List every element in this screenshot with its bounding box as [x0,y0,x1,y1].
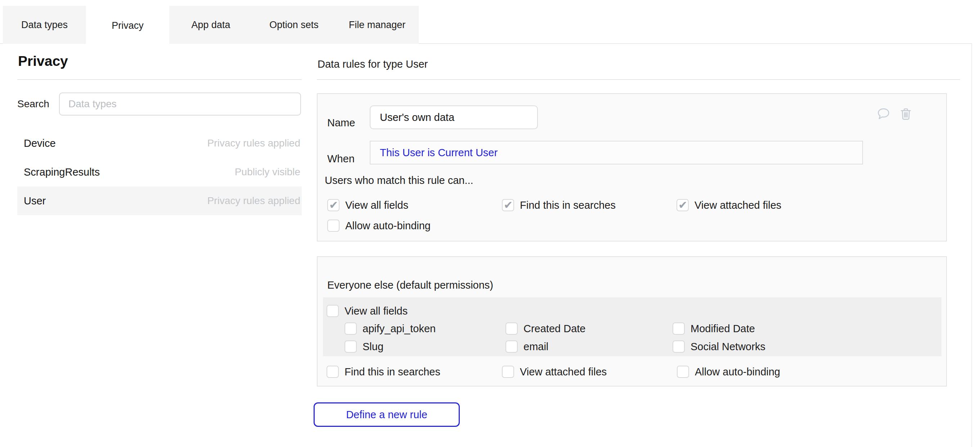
type-name: User [24,195,46,207]
tab-file-manager[interactable]: File manager [336,6,419,44]
checkbox-label: View all fields [345,199,408,211]
field-slug: Slug [345,340,506,353]
rule-permissions: View all fields Find this in searches Vi… [327,199,851,232]
perm-view-all-fields-default: View all fields [326,305,407,317]
find-in-searches-checkbox[interactable] [502,199,514,211]
type-status: Privacy rules applied [207,195,300,207]
perm-allow-auto-binding: Allow auto-binding [327,220,502,232]
checkbox-label: View attached files [520,366,607,378]
content-right-border [971,43,972,447]
privacy-settings-page: Data types Privacy App data Option sets … [0,0,980,447]
checkbox-label: View attached files [695,199,781,211]
tab-data-types[interactable]: Data types [3,6,86,44]
field-checkbox[interactable] [506,323,518,335]
define-new-rule-button[interactable]: Define a new rule [313,402,460,427]
checkbox-label: Created Date [523,323,586,335]
field-apify-api-token: apify_api_token [345,323,506,335]
comment-icon[interactable] [876,107,891,121]
view-attached-files-checkbox[interactable] [676,199,689,211]
search-row: Search [17,92,302,116]
default-permissions-title: Everyone else (default permissions) [327,279,493,291]
trash-icon[interactable] [899,107,913,121]
view-all-fields-checkbox[interactable] [327,199,339,211]
checkbox-label: email [523,341,548,353]
rule-name-input[interactable] [370,105,538,129]
perm-find-in-searches: Find this in searches [502,199,676,211]
allow-auto-binding-checkbox[interactable] [327,220,339,232]
type-status: Privacy rules applied [207,137,300,149]
list-item-device[interactable]: Device Privacy rules applied [17,129,302,157]
tab-option-sets[interactable]: Option sets [252,6,336,44]
field-social-networks: Social Networks [673,340,765,353]
field-checkbox[interactable] [506,340,518,353]
main-divider [317,79,960,80]
default-fields-panel: View all fields apify_api_token Created … [323,297,942,356]
match-rule-caption: Users who match this rule can... [325,175,473,186]
list-item-user[interactable]: User Privacy rules applied [17,186,302,215]
field-checkbox-grid: apify_api_token Created Date Modified Da… [345,323,765,353]
when-condition-text: This User is Current User [380,147,498,159]
field-email: email [506,340,673,353]
tab-bar: Data types Privacy App data Option sets … [3,6,419,44]
page-title: Privacy [18,53,68,69]
checkbox-label: Allow auto-binding [695,366,780,378]
data-rules-header: Data rules for type User [318,58,428,70]
sidebar-divider [17,79,302,80]
checkbox-label: Slug [363,341,383,353]
field-modified-date: Modified Date [673,323,765,335]
type-status: Publicly visible [235,166,300,178]
perm-view-attached-files: View attached files [676,199,851,211]
field-created-date: Created Date [506,323,673,335]
when-label: When [327,153,355,165]
checkbox-label: Allow auto-binding [345,220,431,232]
checkbox-label: Find this in searches [345,366,440,378]
tab-app-data[interactable]: App data [169,6,252,44]
privacy-rule-card: Name When This User is Current User User… [317,93,947,242]
perm-view-all-fields: View all fields [327,199,502,211]
when-condition-box[interactable]: This User is Current User [370,141,863,164]
perm-view-attached-files-default: View attached files [502,366,677,378]
name-label: Name [327,117,355,129]
rule-card-actions [876,107,913,121]
perm-find-in-searches-default: Find this in searches [326,366,502,378]
default-permissions: Find this in searches View attached file… [326,366,780,378]
data-type-list: Device Privacy rules applied ScrapingRes… [17,129,302,215]
search-input[interactable] [59,92,301,116]
checkbox-label: Modified Date [690,323,755,335]
view-attached-files-checkbox[interactable] [502,366,514,378]
search-label: Search [17,98,59,110]
allow-auto-binding-checkbox[interactable] [677,366,689,378]
field-checkbox[interactable] [345,340,357,353]
type-name: ScrapingResults [24,166,100,178]
type-name: Device [24,137,56,150]
field-checkbox[interactable] [345,323,357,335]
field-checkbox[interactable] [673,323,685,335]
perm-allow-auto-binding-default: Allow auto-binding [677,366,780,378]
tab-privacy[interactable]: Privacy [86,6,169,45]
checkbox-label: View all fields [345,305,407,317]
find-in-searches-checkbox[interactable] [326,366,339,378]
checkbox-label: Find this in searches [520,199,616,211]
view-all-fields-checkbox[interactable] [326,305,339,317]
checkbox-label: Social Networks [690,341,765,353]
default-permissions-card: Everyone else (default permissions) View… [317,256,947,387]
field-checkbox[interactable] [673,340,685,353]
list-item-scrapingresults[interactable]: ScrapingResults Publicly visible [17,157,302,186]
checkbox-label: apify_api_token [363,323,436,335]
